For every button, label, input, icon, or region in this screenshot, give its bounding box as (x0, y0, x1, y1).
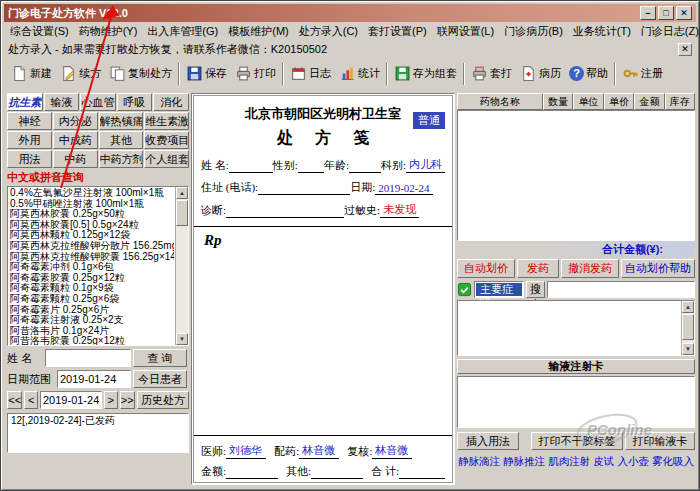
new-button[interactable]: 新建 (7, 61, 56, 87)
minimize-button[interactable]: – (640, 6, 656, 20)
nav-next-button[interactable]: > (104, 391, 118, 409)
auto-price-button[interactable]: 自动划价 (457, 259, 515, 278)
scroll-down-icon[interactable]: ▼ (176, 333, 188, 345)
nav-date-input[interactable] (40, 391, 102, 409)
scrollbar-thumb[interactable] (682, 314, 694, 340)
date-from-input[interactable] (57, 370, 131, 388)
nav-first-button[interactable]: << (7, 391, 22, 409)
drug-list-item[interactable]: 阿莫西林胶囊 0.25g×50粒 (10, 209, 174, 220)
route-iv-drip[interactable]: 静脉滴注 (458, 455, 500, 469)
symptom-selected-option[interactable]: 主要症状 (476, 283, 522, 296)
field-date-value[interactable]: 2019-02-24 (375, 182, 432, 195)
drug-list-scrollbar[interactable]: ▲ ▼ (175, 187, 188, 345)
column-drug-name[interactable]: 药物名称 (457, 93, 543, 110)
today-patients-button[interactable]: 今日患者 (133, 370, 187, 388)
menu-drug-maintenance[interactable]: 药物维护(Y) (74, 23, 143, 40)
print-button[interactable]: 打印 (231, 61, 280, 87)
field-dept-value[interactable]: 内儿科 (406, 157, 445, 173)
history-list-item[interactable]: 12[,2019-02-24]-已发药 (11, 415, 185, 426)
amount-blank[interactable] (226, 467, 278, 479)
field-age-blank[interactable] (349, 161, 381, 173)
category-chinese-patent[interactable]: 中成药 (53, 131, 98, 149)
category-usage[interactable]: 用法 (7, 150, 52, 168)
column-unit-price[interactable]: 单价 (604, 93, 634, 110)
print-sticker-button[interactable]: 打印不干胶标签 (531, 432, 623, 450)
symptom-type-select[interactable]: 主要症状 (474, 281, 524, 298)
field-allergy-value[interactable]: 未发现 (380, 202, 419, 218)
field-name-blank[interactable] (229, 161, 273, 173)
nav-prev-button[interactable]: < (24, 391, 38, 409)
route-iv-push[interactable]: 静脉推注 (503, 455, 545, 469)
drug-list-item[interactable]: 阿奇霉素胶囊 0.25g×12粒 (10, 273, 174, 284)
drug-list-item[interactable]: 阿奇霉素注射液 0.25×2支 (10, 315, 174, 326)
history-prescription-button[interactable]: 历史处方 (137, 391, 189, 409)
category-other[interactable]: 其他 (99, 131, 144, 149)
menu-prescription-entry[interactable]: 处方录入(C) (294, 23, 363, 40)
help-button[interactable]: ? 帮助 (565, 61, 612, 87)
column-amount[interactable]: 金额 (634, 93, 664, 110)
dispense-value[interactable]: 林音微 (299, 443, 339, 459)
check-value[interactable]: 林音微 (372, 443, 412, 459)
save-as-group-button[interactable]: 存为组套 (390, 61, 461, 87)
field-sex-blank[interactable] (298, 161, 324, 173)
doctor-value[interactable]: 刘德华 (226, 443, 266, 459)
category-vitamin-hormone[interactable]: 维生素激素 (144, 112, 189, 130)
category-herb-formula[interactable]: 中药方剂 (99, 150, 144, 168)
drug-list-item[interactable]: 阿昔洛韦片 0.1g×24片 (10, 326, 174, 337)
category-personal-group[interactable]: 个人组套 (144, 150, 189, 168)
patient-name-input[interactable] (45, 349, 131, 367)
category-respiratory[interactable]: 呼吸 (117, 93, 153, 111)
drug-list-item[interactable]: 阿昔洛韦胶囊 0.25g×12粒 (10, 336, 174, 346)
infusion-card-box[interactable] (457, 376, 695, 428)
category-neurology[interactable]: 神经 (7, 112, 52, 130)
drug-list-item[interactable]: 0.5%甲硝唑注射液 100ml×1瓶 (10, 199, 174, 210)
field-address-blank[interactable] (258, 183, 350, 195)
symptom-result-list[interactable]: ▲ ▼ (457, 300, 695, 356)
menu-network-settings[interactable]: 联网设置(L) (432, 23, 499, 40)
category-cardiovascular[interactable]: 心血管 (80, 93, 116, 111)
auto-price-help-button[interactable]: 自动划价帮助 (621, 259, 695, 278)
column-quantity[interactable]: 数量 (543, 93, 573, 110)
scroll-up-icon[interactable]: ▲ (176, 187, 188, 199)
drug-table-body[interactable] (457, 110, 695, 241)
query-button[interactable]: 查 询 (133, 349, 187, 367)
insert-usage-button[interactable]: 插入用法 (457, 432, 519, 450)
statistics-button[interactable]: 统计 (335, 61, 384, 87)
category-topical[interactable]: 外用 (7, 131, 52, 149)
dispense-button[interactable]: 发药 (517, 259, 559, 278)
drug-list-item[interactable]: 阿莫西林胶囊[0.5] 0.5g×24粒 (10, 220, 174, 231)
menu-template[interactable]: 模板维护(M) (223, 23, 294, 40)
medical-record-button[interactable]: 病历 (516, 61, 565, 87)
menu-general-settings[interactable]: 综合设置(S) (5, 23, 74, 40)
renew-prescription-button[interactable]: 续方 (56, 61, 105, 87)
drug-list-item[interactable]: 阿莫西林克拉维酸钾分散片 156.25mg×1 (10, 241, 174, 252)
save-button[interactable]: 保存 (182, 61, 231, 87)
drug-list-item[interactable]: 阿莫西林颗粒 0.125g×12袋 (10, 230, 174, 241)
maximize-button[interactable]: □ (658, 6, 674, 20)
field-diagnosis-blank[interactable] (226, 206, 344, 218)
search-button[interactable]: 搜索 (526, 281, 545, 298)
route-intramuscular[interactable]: 肌肉注射 (548, 455, 590, 469)
column-stock[interactable]: 库存 (665, 93, 695, 110)
category-fee-items[interactable]: 收费项目 (144, 131, 189, 149)
scroll-up-icon[interactable]: ▲ (682, 301, 694, 313)
symptom-list-scrollbar[interactable]: ▲ ▼ (681, 301, 694, 355)
category-digestive[interactable]: 消化 (153, 93, 189, 111)
log-button[interactable]: 日志 (286, 61, 335, 87)
overlay-print-button[interactable]: 套打 (467, 61, 516, 87)
drug-list-item[interactable]: 阿奇霉素片 0.25g×6片 (10, 305, 174, 316)
menu-medical-records[interactable]: 门诊病历(B) (499, 23, 568, 40)
scroll-down-icon[interactable]: ▼ (682, 343, 694, 355)
copy-prescription-button[interactable]: 复制处方 (105, 61, 176, 87)
menu-business-stats[interactable]: 业务统计(T) (568, 23, 636, 40)
category-endocrine[interactable]: 内分泌 (53, 112, 98, 130)
category-antipyretic[interactable]: 解热镇痛 (99, 112, 144, 130)
infobar-close-button[interactable]: ✕ (678, 43, 692, 56)
drug-list-item[interactable]: 阿奇霉素颗粒 0.25g×6袋 (10, 294, 174, 305)
print-infusion-card-button[interactable]: 打印输液卡 (625, 432, 695, 450)
total-blank[interactable] (399, 467, 445, 479)
other-blank[interactable] (311, 467, 363, 479)
menu-print-settings[interactable]: 套打设置(P) (363, 23, 432, 40)
close-button[interactable]: ✕ (676, 6, 692, 20)
register-button[interactable]: 注册 (618, 61, 667, 87)
